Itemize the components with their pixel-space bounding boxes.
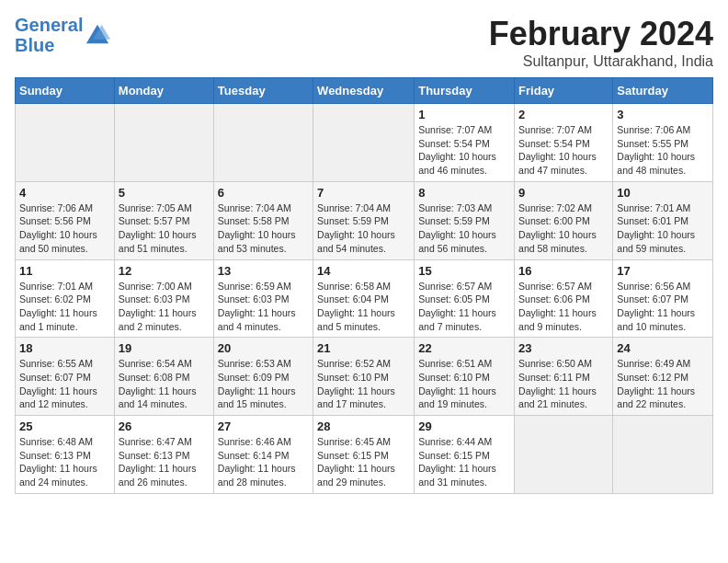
- day-number: 27: [218, 419, 309, 433]
- day-number: 6: [218, 186, 309, 200]
- day-info: Sunrise: 7:06 AMSunset: 5:55 PMDaylight:…: [617, 123, 709, 178]
- weekday-header-wednesday: Wednesday: [313, 78, 415, 104]
- weekday-header-saturday: Saturday: [613, 78, 713, 104]
- calendar-week-3: 11Sunrise: 7:01 AMSunset: 6:02 PMDayligh…: [16, 259, 713, 338]
- calendar-cell: 14Sunrise: 6:58 AMSunset: 6:04 PMDayligh…: [313, 259, 415, 338]
- calendar-cell: 2Sunrise: 7:07 AMSunset: 5:54 PMDaylight…: [515, 104, 613, 182]
- day-number: 10: [617, 186, 709, 200]
- logo-text: General Blue: [15, 15, 83, 55]
- calendar-cell: 6Sunrise: 7:04 AMSunset: 5:58 PMDaylight…: [213, 181, 313, 259]
- day-number: 16: [518, 264, 609, 278]
- location-title: Sultanpur, Uttarakhand, India: [489, 53, 713, 70]
- calendar-cell: 24Sunrise: 6:49 AMSunset: 6:12 PMDayligh…: [613, 338, 713, 416]
- day-number: 8: [418, 186, 510, 200]
- day-number: 1: [418, 108, 510, 121]
- day-info: Sunrise: 7:07 AMSunset: 5:54 PMDaylight:…: [518, 123, 609, 178]
- header: General Blue February 2024 Sultanpur, Ut…: [15, 15, 713, 70]
- calendar-cell: 10Sunrise: 7:01 AMSunset: 6:01 PMDayligh…: [613, 181, 713, 259]
- calendar-cell: 11Sunrise: 7:01 AMSunset: 6:02 PMDayligh…: [16, 259, 115, 338]
- day-number: 9: [518, 186, 609, 200]
- day-info: Sunrise: 7:01 AMSunset: 6:01 PMDaylight:…: [617, 201, 709, 256]
- calendar-cell: 27Sunrise: 6:46 AMSunset: 6:14 PMDayligh…: [213, 416, 313, 494]
- calendar-cell: 22Sunrise: 6:51 AMSunset: 6:10 PMDayligh…: [415, 338, 515, 416]
- day-number: 29: [418, 419, 510, 433]
- calendar-cell: [515, 416, 613, 494]
- calendar-week-2: 4Sunrise: 7:06 AMSunset: 5:56 PMDaylight…: [16, 181, 713, 259]
- day-info: Sunrise: 6:48 AMSunset: 6:13 PMDaylight:…: [19, 435, 110, 489]
- day-info: Sunrise: 6:59 AMSunset: 6:03 PMDaylight:…: [218, 280, 309, 334]
- day-info: Sunrise: 6:44 AMSunset: 6:15 PMDaylight:…: [418, 435, 510, 489]
- day-number: 7: [317, 186, 410, 200]
- day-info: Sunrise: 6:57 AMSunset: 6:06 PMDaylight:…: [518, 280, 609, 334]
- day-info: Sunrise: 7:02 AMSunset: 6:00 PMDaylight:…: [518, 201, 609, 256]
- day-number: 28: [317, 419, 410, 433]
- day-info: Sunrise: 7:05 AMSunset: 5:57 PMDaylight:…: [119, 201, 210, 256]
- day-info: Sunrise: 7:00 AMSunset: 6:03 PMDaylight:…: [119, 280, 210, 334]
- day-number: 2: [518, 108, 609, 121]
- day-info: Sunrise: 6:53 AMSunset: 6:09 PMDaylight:…: [218, 357, 309, 411]
- calendar-cell: 4Sunrise: 7:06 AMSunset: 5:56 PMDaylight…: [16, 181, 115, 259]
- day-info: Sunrise: 6:56 AMSunset: 6:07 PMDaylight:…: [617, 280, 709, 334]
- day-number: 14: [317, 264, 410, 278]
- day-info: Sunrise: 7:03 AMSunset: 5:59 PMDaylight:…: [418, 201, 510, 256]
- calendar-week-4: 18Sunrise: 6:55 AMSunset: 6:07 PMDayligh…: [16, 338, 713, 416]
- calendar-cell: 13Sunrise: 6:59 AMSunset: 6:03 PMDayligh…: [213, 259, 313, 338]
- weekday-header-friday: Friday: [515, 78, 613, 104]
- day-number: 3: [617, 108, 709, 121]
- calendar-cell: 25Sunrise: 6:48 AMSunset: 6:13 PMDayligh…: [16, 416, 115, 494]
- calendar-cell: 5Sunrise: 7:05 AMSunset: 5:57 PMDaylight…: [114, 181, 213, 259]
- day-info: Sunrise: 6:51 AMSunset: 6:10 PMDaylight:…: [418, 357, 510, 411]
- calendar-cell: [114, 104, 213, 182]
- day-info: Sunrise: 6:55 AMSunset: 6:07 PMDaylight:…: [19, 357, 110, 411]
- day-number: 15: [418, 264, 510, 278]
- calendar-cell: 15Sunrise: 6:57 AMSunset: 6:05 PMDayligh…: [415, 259, 515, 338]
- calendar-cell: 20Sunrise: 6:53 AMSunset: 6:09 PMDayligh…: [213, 338, 313, 416]
- calendar-cell: 21Sunrise: 6:52 AMSunset: 6:10 PMDayligh…: [313, 338, 415, 416]
- calendar-cell: 9Sunrise: 7:02 AMSunset: 6:00 PMDaylight…: [515, 181, 613, 259]
- day-info: Sunrise: 7:04 AMSunset: 5:59 PMDaylight:…: [317, 201, 410, 256]
- day-info: Sunrise: 6:47 AMSunset: 6:13 PMDaylight:…: [119, 435, 210, 489]
- calendar-cell: 17Sunrise: 6:56 AMSunset: 6:07 PMDayligh…: [613, 259, 713, 338]
- calendar-cell: 1Sunrise: 7:07 AMSunset: 5:54 PMDaylight…: [415, 104, 515, 182]
- calendar-cell: 16Sunrise: 6:57 AMSunset: 6:06 PMDayligh…: [515, 259, 613, 338]
- calendar-cell: 18Sunrise: 6:55 AMSunset: 6:07 PMDayligh…: [16, 338, 115, 416]
- calendar-cell: 7Sunrise: 7:04 AMSunset: 5:59 PMDaylight…: [313, 181, 415, 259]
- calendar-cell: 26Sunrise: 6:47 AMSunset: 6:13 PMDayligh…: [114, 416, 213, 494]
- calendar-cell: 28Sunrise: 6:45 AMSunset: 6:15 PMDayligh…: [313, 416, 415, 494]
- logo-icon: [85, 22, 110, 48]
- month-title: February 2024: [489, 15, 713, 53]
- day-number: 20: [218, 341, 309, 355]
- day-info: Sunrise: 7:06 AMSunset: 5:56 PMDaylight:…: [19, 201, 110, 256]
- day-number: 24: [617, 341, 709, 355]
- day-number: 22: [418, 341, 510, 355]
- day-info: Sunrise: 6:58 AMSunset: 6:04 PMDaylight:…: [317, 280, 410, 334]
- calendar-week-5: 25Sunrise: 6:48 AMSunset: 6:13 PMDayligh…: [16, 416, 713, 494]
- day-number: 13: [218, 264, 309, 278]
- day-info: Sunrise: 6:50 AMSunset: 6:11 PMDaylight:…: [518, 357, 609, 411]
- logo: General Blue: [15, 15, 110, 55]
- weekday-header-monday: Monday: [114, 78, 213, 104]
- calendar-cell: [213, 104, 313, 182]
- day-number: 4: [19, 186, 110, 200]
- day-number: 18: [19, 341, 110, 355]
- day-number: 25: [19, 419, 110, 433]
- day-info: Sunrise: 6:57 AMSunset: 6:05 PMDaylight:…: [418, 280, 510, 334]
- weekday-header-row: SundayMondayTuesdayWednesdayThursdayFrid…: [16, 78, 713, 104]
- calendar-table: SundayMondayTuesdayWednesdayThursdayFrid…: [15, 77, 713, 494]
- day-number: 23: [518, 341, 609, 355]
- day-info: Sunrise: 6:49 AMSunset: 6:12 PMDaylight:…: [617, 357, 709, 411]
- calendar-week-1: 1Sunrise: 7:07 AMSunset: 5:54 PMDaylight…: [16, 104, 713, 182]
- day-number: 17: [617, 264, 709, 278]
- calendar-cell: 8Sunrise: 7:03 AMSunset: 5:59 PMDaylight…: [415, 181, 515, 259]
- day-info: Sunrise: 6:45 AMSunset: 6:15 PMDaylight:…: [317, 435, 410, 489]
- day-number: 26: [119, 419, 210, 433]
- calendar-cell: [16, 104, 115, 182]
- title-area: February 2024 Sultanpur, Uttarakhand, In…: [489, 15, 713, 70]
- day-info: Sunrise: 7:01 AMSunset: 6:02 PMDaylight:…: [19, 280, 110, 334]
- calendar-cell: 23Sunrise: 6:50 AMSunset: 6:11 PMDayligh…: [515, 338, 613, 416]
- weekday-header-sunday: Sunday: [16, 78, 115, 104]
- calendar-cell: 3Sunrise: 7:06 AMSunset: 5:55 PMDaylight…: [613, 104, 713, 182]
- day-info: Sunrise: 7:04 AMSunset: 5:58 PMDaylight:…: [218, 201, 309, 256]
- weekday-header-tuesday: Tuesday: [213, 78, 313, 104]
- day-number: 12: [119, 264, 210, 278]
